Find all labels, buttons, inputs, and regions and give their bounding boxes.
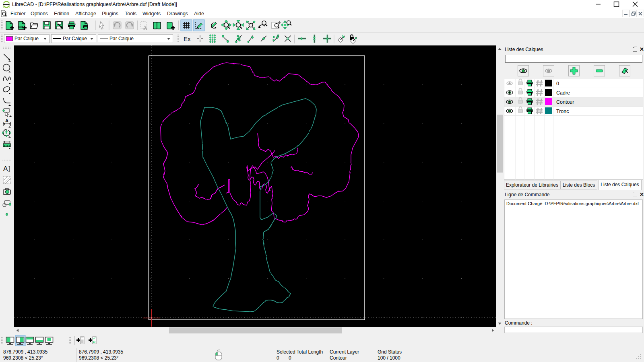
svg-text:A: A [3, 165, 8, 173]
svg-text:Ex: Ex [184, 35, 191, 42]
svg-text:A: A [5, 118, 8, 123]
